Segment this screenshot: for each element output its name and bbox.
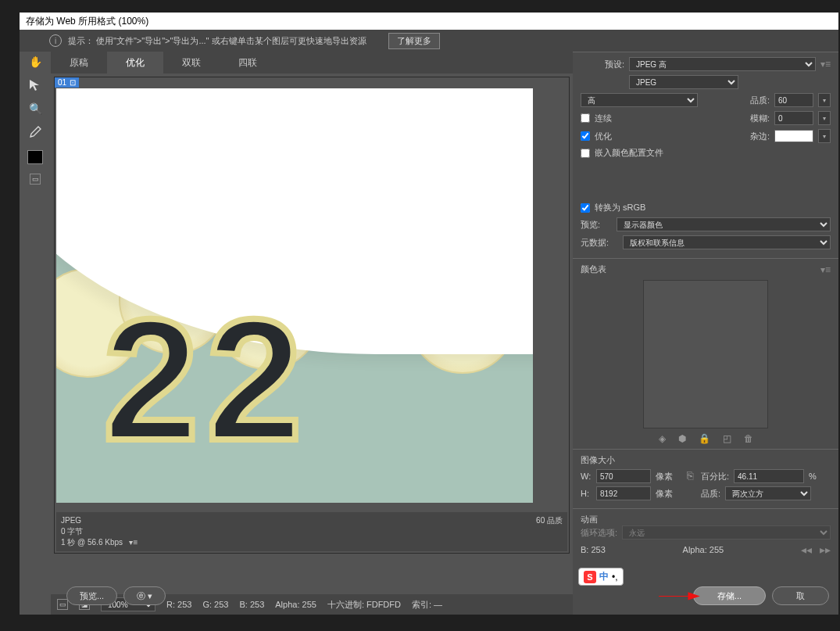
- hint-text: 提示： 使用"文件">"导出">"导出为..." 或右键单击某个图层可更快速地导…: [68, 35, 366, 47]
- cancel-button[interactable]: 取: [772, 586, 829, 605]
- info-icon: i: [49, 34, 62, 47]
- matte-dropdown-icon[interactable]: ▾: [818, 129, 831, 143]
- learn-more-button[interactable]: 了解更多: [388, 33, 440, 49]
- preview-frame: 01⊡ 22: [54, 77, 570, 554]
- blur-label: 模糊:: [750, 113, 770, 124]
- loop-select: 永远: [622, 525, 831, 540]
- color-table-canvas: [643, 280, 768, 428]
- color-table-title: 颜色表: [581, 264, 606, 275]
- width-input[interactable]: [596, 469, 651, 483]
- titlebar: 存储为 Web 所用格式 (100%): [20, 13, 838, 30]
- color-swatch[interactable]: [27, 150, 43, 164]
- anim-first-icon: ◂◂: [801, 543, 812, 556]
- progressive-label: 连续: [595, 113, 612, 124]
- percent-unit: %: [809, 471, 817, 481]
- convert-srgb-checkbox[interactable]: [581, 203, 590, 213]
- ime-lang: 中: [599, 570, 609, 583]
- link-icon[interactable]: ⎘: [687, 469, 693, 504]
- resample-label: 品质:: [701, 488, 720, 500]
- tool-column: ✋ 🔍 ▭: [20, 52, 51, 615]
- ct-icon-new[interactable]: ◰: [723, 433, 731, 444]
- ct-icon-lock[interactable]: 🔒: [699, 433, 710, 444]
- h-unit: 像素: [656, 488, 679, 500]
- tab-original[interactable]: 原稿: [51, 52, 107, 73]
- tab-optimized[interactable]: 优化: [107, 52, 163, 73]
- preview-canvas[interactable]: 22: [56, 88, 533, 503]
- quality-dropdown-icon[interactable]: ▾: [818, 93, 831, 107]
- preset-label: 预设:: [581, 59, 624, 70]
- status2-alpha: Alpha: 255: [683, 545, 724, 554]
- slice-select-tool[interactable]: [24, 77, 46, 94]
- image-size-title: 图像大小: [581, 454, 831, 466]
- w-label: W:: [581, 471, 592, 481]
- percent-label: 百分比:: [701, 471, 729, 482]
- optimize-checkbox[interactable]: [581, 131, 590, 141]
- blur-dropdown-icon[interactable]: ▾: [818, 111, 831, 125]
- preview-label: 预览:: [581, 219, 612, 231]
- ime-punct: •,: [612, 572, 618, 583]
- tab-4up[interactable]: 四联: [220, 52, 276, 73]
- ct-icon-1[interactable]: ◈: [659, 433, 666, 444]
- anim-last-icon: ▸▸: [820, 543, 831, 556]
- artwork-number: 22: [103, 281, 310, 479]
- ime-toolbar[interactable]: S 中 •,: [578, 568, 624, 586]
- loop-label: 循环选项:: [581, 527, 617, 539]
- optimize-label: 优化: [595, 131, 612, 142]
- level-select[interactable]: 高: [581, 93, 698, 107]
- metadata-select[interactable]: 版权和联系信息: [623, 235, 831, 249]
- zoom-tool[interactable]: 🔍: [24, 100, 46, 117]
- preview-button[interactable]: 预览...: [66, 586, 117, 605]
- embed-profile-checkbox[interactable]: [581, 149, 590, 158]
- blur-input[interactable]: [774, 111, 813, 125]
- animation-title: 动画: [581, 514, 831, 525]
- percent-input[interactable]: [734, 469, 804, 483]
- preview-tabs: 原稿 优化 双联 四联: [51, 52, 573, 73]
- ime-logo-icon: S: [584, 571, 596, 583]
- h-label: H:: [581, 489, 592, 498]
- resample-select[interactable]: 两次立方: [725, 486, 811, 500]
- browser-button[interactable]: ⓔ ▾: [123, 586, 166, 605]
- quality-input[interactable]: [774, 93, 813, 107]
- ct-icon-trash[interactable]: 🗑: [744, 433, 753, 444]
- settings-panel: 预设: JPEG 高 ▾≡ JPEG 高 品质: ▾ 连续: [573, 52, 838, 615]
- status2-b: B: 253: [581, 545, 606, 554]
- embed-profile-label: 嵌入颜色配置文件: [595, 147, 663, 159]
- annotation-arrow: ➝: [656, 585, 702, 607]
- hint-bar: i 提示： 使用"文件">"导出">"导出为..." 或右键单击某个图层可更快速…: [20, 30, 838, 52]
- height-input[interactable]: [596, 486, 651, 500]
- eyedropper-tool[interactable]: [24, 124, 46, 141]
- tab-2up[interactable]: 双联: [163, 52, 220, 73]
- save-button[interactable]: 存储...: [693, 586, 766, 605]
- color-table-flyout-icon[interactable]: ▾≡: [820, 264, 831, 275]
- metadata-label: 元数据:: [581, 237, 618, 249]
- convert-srgb-label: 转换为 sRGB: [595, 202, 645, 213]
- hand-tool[interactable]: ✋: [24, 53, 46, 70]
- quality-label: 品质:: [750, 95, 770, 106]
- matte-label: 杂边:: [750, 131, 770, 142]
- preset-flyout-icon[interactable]: ▾≡: [820, 59, 831, 70]
- matte-swatch[interactable]: [774, 130, 813, 142]
- preview-select[interactable]: 显示器颜色: [617, 217, 831, 231]
- slice-badge: 01⊡: [55, 77, 79, 88]
- preset-select[interactable]: JPEG 高: [629, 57, 816, 71]
- format-select[interactable]: JPEG: [629, 75, 738, 89]
- progressive-checkbox[interactable]: [581, 113, 590, 123]
- preview-info: JPEG60 品质 0 字节 1 秒 @ 56.6 Kbps ▾≡: [56, 512, 567, 551]
- slice-visibility-tool[interactable]: ▭: [24, 170, 46, 188]
- ct-icon-2[interactable]: ⬢: [678, 433, 686, 444]
- w-unit: 像素: [656, 471, 679, 482]
